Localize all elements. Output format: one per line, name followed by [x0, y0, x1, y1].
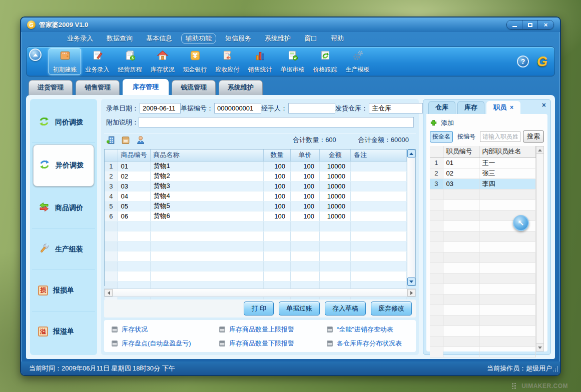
toolbar-button-business-entry[interactable]: 业务录入 [81, 48, 114, 75]
menu-item-help[interactable]: 帮助 [331, 34, 344, 43]
tab-sales-management[interactable]: 销售管理 [76, 80, 120, 95]
toolbar-button-cash-bank[interactable]: ¥ 现金银行 [179, 48, 211, 75]
table-row-empty[interactable] [105, 241, 407, 251]
staff-row-empty[interactable] [430, 242, 536, 252]
panel-close-button[interactable]: × [542, 102, 546, 108]
doc-number-input[interactable] [214, 103, 261, 114]
close-button[interactable]: × [538, 20, 553, 29]
scroll-up-button[interactable] [407, 150, 415, 158]
toolbar-button-history[interactable]: 经营历程 [114, 48, 146, 75]
horizontal-scroll-track[interactable] [113, 289, 407, 296]
sidebar-item-loss-report[interactable]: 损 报损单 [32, 270, 95, 311]
handler-input[interactable] [288, 103, 335, 114]
sidebar-item-diff-price-transfer[interactable]: 异价调拨 [33, 144, 94, 186]
warehouse-quick-button[interactable] [106, 136, 115, 144]
filter-by-fullname-button[interactable]: 按全名 [430, 131, 453, 142]
staff-scroll-down-button[interactable] [536, 344, 543, 351]
menu-item-window[interactable]: 窗口 [304, 34, 317, 43]
menu-item-system-maintenance[interactable]: 系统维护 [265, 34, 291, 43]
menu-item-aux-functions[interactable]: 辅助功能 [181, 33, 216, 44]
post-document-button[interactable]: 单据过账 [279, 302, 320, 316]
staff-row-empty[interactable] [430, 336, 536, 346]
staff-row-empty[interactable] [430, 315, 536, 326]
table-row[interactable]: 101货物110010010000 [105, 161, 407, 171]
menu-item-data-query[interactable]: 数据查询 [107, 34, 133, 43]
tab-cashflow-management[interactable]: 钱流管理 [172, 80, 216, 95]
table-row[interactable]: 202货物210010010000 [105, 171, 407, 181]
link-upper-limit-alert[interactable]: 库存商品数量上限报警 [219, 325, 326, 334]
table-row[interactable]: 404货物410010010000 [105, 191, 407, 201]
search-button[interactable]: 搜索 [523, 130, 544, 142]
picker-tab-inventory[interactable]: 库存 [457, 101, 484, 114]
toolbar-collapse-button[interactable] [29, 48, 42, 61]
staff-row-empty[interactable] [430, 326, 536, 336]
filter-by-code-button[interactable]: 按编号 [455, 132, 477, 142]
picker-tab-staff[interactable]: 职员 × [486, 101, 520, 114]
minimize-button[interactable] [507, 20, 522, 29]
date-input[interactable] [140, 103, 181, 114]
toolbar-button-production-template[interactable]: 生产模板 [341, 48, 374, 75]
staff-row-empty[interactable] [430, 346, 536, 357]
link-allround-change-report[interactable]: “全能”进销存变动表 [326, 325, 409, 334]
menu-item-business-entry[interactable]: 业务录入 [67, 34, 93, 43]
scroll-left-button[interactable] [105, 289, 113, 296]
table-row-empty[interactable] [105, 261, 407, 271]
staff-row-empty[interactable] [430, 284, 536, 294]
toolbar-button-receivable-payable[interactable]: 应收应付 [211, 48, 244, 75]
toolbar-button-doc-audit[interactable]: 单据审核 [276, 48, 309, 75]
link-lower-limit-alert[interactable]: 库存商品数量下限报警 [219, 339, 326, 348]
menu-item-sms-service[interactable]: 短信服务 [225, 34, 251, 43]
staff-row-selected[interactable]: 303李四 [430, 178, 536, 189]
staff-row-empty[interactable] [430, 262, 536, 273]
warehouse-input[interactable] [369, 103, 423, 114]
title-bar[interactable]: G 管家婆2009 V1.0 × [21, 18, 560, 32]
table-row-empty[interactable] [105, 231, 407, 241]
staff-scrollbar[interactable] [536, 146, 544, 352]
table-row-empty[interactable] [105, 221, 407, 231]
scroll-down-button[interactable] [407, 278, 415, 286]
sidebar-item-overflow-report[interactable]: 溢 报溢单 [32, 312, 95, 352]
tab-inventory-management[interactable]: 库存管理 [123, 79, 169, 95]
link-inventory-status[interactable]: 库存状况 [111, 325, 219, 334]
scroll-right-button[interactable] [407, 289, 415, 296]
staff-row-empty[interactable] [430, 304, 536, 315]
staff-row[interactable]: 202张三 [430, 168, 536, 178]
link-warehouse-distribution[interactable]: 各仓库库存分布状况表 [326, 339, 409, 348]
tab-system-maintenance[interactable]: 系统维护 [219, 80, 263, 95]
staff-scroll-up-button[interactable] [536, 146, 543, 154]
staff-row-empty[interactable] [430, 200, 536, 210]
add-staff-button[interactable] [430, 119, 437, 126]
staff-row-empty[interactable] [430, 273, 536, 284]
table-row[interactable]: 505货物510010010000 [105, 201, 407, 211]
inventory-quick-button[interactable] [121, 136, 130, 144]
tab-close-icon[interactable]: × [510, 104, 513, 110]
staff-quick-button[interactable] [136, 136, 145, 144]
save-draft-button[interactable]: 存入草稿 [325, 302, 366, 316]
table-row-empty[interactable] [105, 251, 407, 261]
horizontal-scrollbar[interactable] [104, 288, 416, 297]
resize-grip[interactable] [553, 366, 558, 374]
sidebar-item-production-assembly[interactable]: 生产组装 [32, 229, 95, 270]
print-button[interactable]: 打 印 [244, 302, 274, 316]
sidebar-item-same-price-transfer[interactable]: 同价调拨 [32, 102, 95, 143]
link-stocktake[interactable]: 库存盘点(自动盘盈盘亏) [111, 339, 219, 348]
help-button[interactable]: ? [517, 56, 529, 68]
toolbar-button-initial-setup[interactable]: 初期建账 [49, 48, 81, 75]
staff-row-empty[interactable] [430, 189, 536, 200]
note-input[interactable] [139, 117, 414, 128]
discard-changes-button[interactable]: 废弃修改 [371, 302, 412, 316]
staff-row-empty[interactable] [430, 252, 536, 262]
menu-item-basic-info[interactable]: 基本信息 [146, 34, 172, 43]
maximize-button[interactable] [522, 20, 538, 29]
table-row[interactable]: 303货物310010010000 [105, 181, 407, 191]
staff-row[interactable]: 101王一 [430, 158, 536, 168]
toolbar-button-price-tracking[interactable]: 价格跟踪 [309, 48, 341, 75]
tab-purchase-management[interactable]: 进货管理 [29, 80, 73, 95]
vertical-scrollbar[interactable] [407, 150, 415, 286]
staff-row-empty[interactable] [430, 231, 536, 242]
table-row[interactable]: 606货物610010010000 [105, 211, 407, 221]
staff-search-input[interactable] [480, 132, 520, 142]
picker-tab-warehouse[interactable]: 仓库 [428, 101, 455, 114]
toolbar-button-inventory-status[interactable]: 库存状况 [146, 48, 179, 75]
toolbar-button-sales-stats[interactable]: 销售统计 [244, 48, 276, 75]
